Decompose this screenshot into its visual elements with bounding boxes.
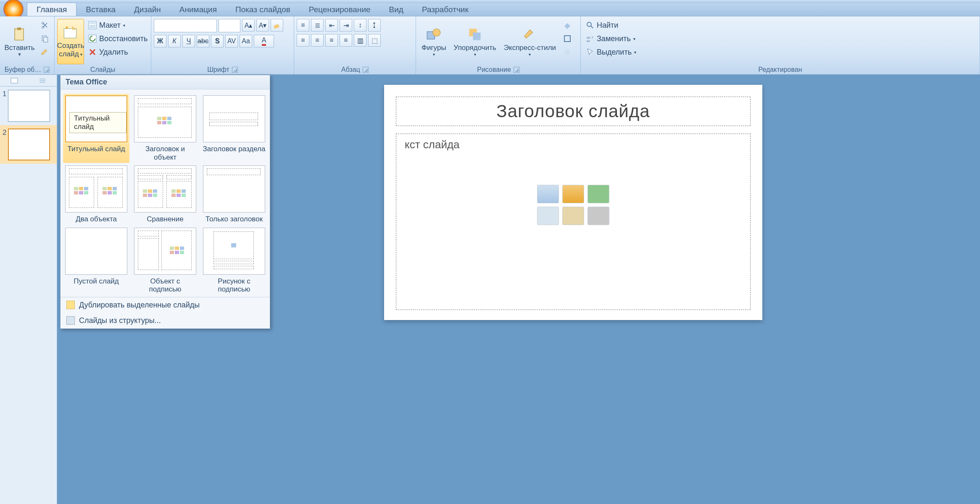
ribbon-tabs: Главная Вставка Дизайн Анимация Показ сл… [0,3,980,16]
italic-button[interactable]: К [168,35,181,47]
insert-table-icon[interactable] [537,185,559,203]
insert-smartart-icon[interactable] [587,185,609,203]
panel-tab-outline[interactable] [29,75,57,86]
paste-button[interactable]: Вставить ▼ [3,19,37,64]
shape-outline-button[interactable] [561,32,574,45]
drawing-launcher[interactable] [514,67,519,73]
layout-picture-caption[interactable]: Рисунок с подписью [203,228,266,294]
duplicate-slides-action[interactable]: Дублировать выделенные слайды [61,297,270,313]
paragraph-launcher[interactable] [363,67,369,73]
delete-icon [88,48,97,56]
columns-button[interactable]: ▥ [354,34,366,47]
tab-design[interactable]: Дизайн [125,3,170,16]
new-slide-button[interactable]: Создать слайд▾ [57,19,84,64]
new-slide-icon [63,25,78,40]
shadow-button[interactable]: S [211,35,224,47]
quick-styles-button[interactable]: Экспресс-стили▾ [501,19,559,64]
tab-view[interactable]: Вид [380,3,413,16]
tab-developer[interactable]: Разработчик [413,3,478,16]
tab-slideshow[interactable]: Показ слайдов [226,3,300,16]
find-icon [586,21,594,29]
current-slide[interactable]: Заголовок слайда кст слайда [384,85,762,320]
body-placeholder[interactable]: кст слайда [396,134,751,310]
layout-button[interactable]: Макет▾ [86,19,150,32]
bold-button[interactable]: Ж [154,35,166,47]
arrange-button[interactable]: Упорядочить▾ [451,19,499,64]
layout-title-only[interactable]: Только заголовок [203,165,266,223]
format-painter-button[interactable] [38,46,52,58]
font-color-button[interactable]: A [254,35,274,47]
font-size-combo[interactable] [219,19,240,32]
group-paragraph-label: Абзац [341,66,360,74]
cut-button[interactable] [38,19,52,32]
reset-button[interactable]: Восстановить [86,32,150,45]
align-center-button[interactable]: ≡ [311,34,324,47]
smartart-button[interactable]: ⬚ [368,34,381,47]
delete-button[interactable]: Удалить [86,46,150,58]
tab-review[interactable]: Рецензирование [300,3,380,16]
grow-font-button[interactable]: A▴ [242,19,255,32]
outline-view-icon [39,78,46,84]
layout-blank[interactable]: Пустой слайд [65,228,128,294]
tab-animation[interactable]: Анимация [170,3,226,16]
layout-title-content[interactable]: Заголовок и объект [134,95,197,161]
line-spacing-button[interactable]: ↕ [354,19,366,32]
layout-content-caption[interactable]: Объект с подписью [134,228,197,294]
clear-format-button[interactable] [271,19,283,32]
slide-thumb-2[interactable]: 2 [0,125,57,164]
numbering-button[interactable]: ≣ [311,19,324,32]
slides-from-outline-action[interactable]: Слайды из структуры... [61,313,270,328]
svg-text:ac: ac [587,39,590,43]
insert-picture-icon[interactable] [537,207,559,225]
group-drawing-label: Рисование [477,66,511,74]
group-drawing: Фигуры▾ Упорядочить▾ Экспресс-стили▾ Рис… [416,16,581,74]
layout-comparison[interactable]: Сравнение [134,165,197,223]
svg-rect-11 [274,24,279,29]
shape-fill-button[interactable] [561,19,574,32]
char-spacing-button[interactable]: AV [225,35,238,47]
font-family-combo[interactable] [154,19,217,32]
tab-home[interactable]: Главная [27,3,76,16]
fill-icon [563,21,572,29]
clipboard-launcher[interactable] [44,67,50,73]
align-right-button[interactable]: ≡ [325,34,338,47]
group-editing: Найти abacЗаменить▾ Выделить▾ Редактиров… [581,16,980,74]
align-left-button[interactable]: ≡ [297,34,309,47]
justify-button[interactable]: ≡ [340,34,352,47]
dec-indent-button[interactable]: ⇤ [325,19,338,32]
insert-media-icon[interactable] [587,207,609,225]
bullets-button[interactable]: ≡ [297,19,309,32]
shape-effects-button[interactable] [561,46,574,58]
slide-thumb-1[interactable]: 1 [0,87,57,125]
copy-button[interactable] [38,32,52,45]
insert-chart-icon[interactable] [562,185,584,203]
layout-section-header[interactable]: Заголовок раздела [203,95,266,161]
strike-button[interactable]: abc [197,35,209,47]
shapes-button[interactable]: Фигуры▾ [419,19,449,64]
text-direction-button[interactable]: ⭥ [368,19,381,32]
layout-icon [88,21,97,29]
font-launcher[interactable] [232,67,238,73]
underline-button[interactable]: Ч [182,35,195,47]
change-case-button[interactable]: Aa [240,35,252,47]
copy-icon [41,34,49,43]
replace-button[interactable]: abacЗаменить▾ [583,32,639,45]
insert-clipart-icon[interactable] [562,207,584,225]
paste-label: Вставить [4,44,34,52]
content-icons [535,185,611,225]
layout-two-content[interactable]: Два объекта [65,165,128,223]
svg-rect-0 [15,29,24,40]
duplicate-icon [66,301,75,309]
panel-tab-slides[interactable] [0,75,29,86]
find-button[interactable]: Найти [583,19,639,32]
layout-title-slide[interactable]: Титульный слайд Титульный слайд [63,94,129,163]
group-font: A▴ A▾ Ж К Ч abc S AV Aa A Шрифт [151,16,294,74]
title-placeholder[interactable]: Заголовок слайда [396,97,751,126]
dropdown-icon: ▼ [18,52,22,57]
select-button[interactable]: Выделить▾ [583,46,639,58]
tab-insert[interactable]: Вставка [76,3,125,16]
inc-indent-button[interactable]: ⇥ [340,19,352,32]
svg-rect-6 [64,29,76,38]
shrink-font-button[interactable]: A▾ [256,19,269,32]
arrange-icon [467,27,482,42]
